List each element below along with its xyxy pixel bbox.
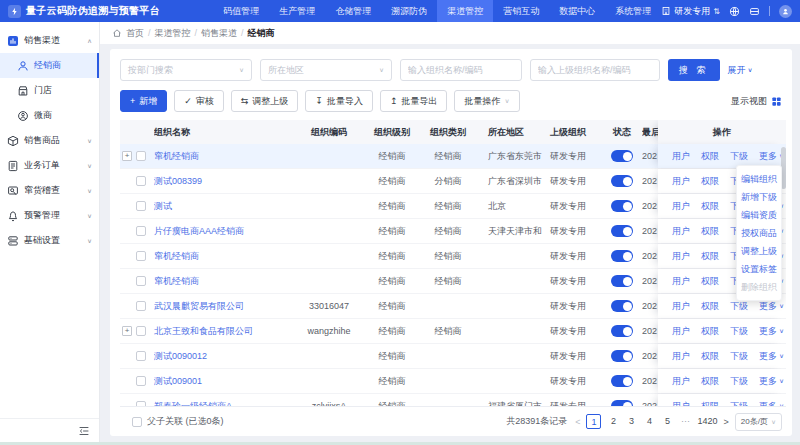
org-name-link[interactable]: 窜机经销商: [154, 275, 294, 288]
action-link-0[interactable]: 用户: [672, 400, 690, 407]
prev-page-button[interactable]: <: [575, 417, 580, 427]
department-select[interactable]: 按部门搜索 ∨: [120, 59, 252, 81]
search-button[interactable]: 搜 索: [668, 59, 720, 81]
org-name-link[interactable]: 测试0090012: [154, 350, 294, 363]
sidebar-item-3[interactable]: 微商: [0, 103, 99, 128]
row-checkbox[interactable]: [136, 376, 146, 386]
status-toggle[interactable]: [611, 225, 633, 237]
status-toggle[interactable]: [611, 375, 633, 387]
nav-item-3[interactable]: 溯源防伪: [381, 0, 437, 22]
action-link-1[interactable]: 权限: [701, 350, 719, 363]
page-button-3[interactable]: 3: [625, 414, 637, 429]
toolbar-button-1[interactable]: ✓审核: [174, 90, 224, 112]
action-link-1[interactable]: 权限: [701, 375, 719, 388]
org-name-link[interactable]: 测试: [154, 200, 294, 213]
action-link-0[interactable]: 用户: [672, 350, 690, 363]
status-toggle[interactable]: [611, 200, 633, 212]
page-size-select[interactable]: 20条/页 ∨: [735, 413, 782, 431]
action-link-0[interactable]: 用户: [672, 225, 690, 238]
action-link-1[interactable]: 权限: [701, 250, 719, 263]
nav-item-5[interactable]: 营销互动: [493, 0, 549, 22]
menu-item-2[interactable]: 编辑资质: [737, 206, 781, 224]
status-toggle[interactable]: [611, 300, 633, 312]
action-link-1[interactable]: 权限: [701, 200, 719, 213]
breadcrumb-item-2[interactable]: 销售渠道: [201, 27, 237, 40]
action-link-0[interactable]: 用户: [672, 200, 690, 213]
nav-item-1[interactable]: 生产管理: [269, 0, 325, 22]
language-globe-icon[interactable]: [729, 6, 740, 17]
tenant-switcher[interactable]: 研发专用 ⇅: [661, 5, 720, 18]
toolbar-button-2[interactable]: ⇆调整上级: [231, 90, 299, 112]
action-link-0[interactable]: 用户: [672, 250, 690, 263]
action-link-2[interactable]: 下级: [730, 350, 748, 363]
org-name-input[interactable]: [400, 59, 522, 81]
nav-item-6[interactable]: 数据中心: [549, 0, 605, 22]
row-checkbox[interactable]: [136, 326, 146, 336]
layout-monitor-icon[interactable]: [749, 6, 760, 17]
action-link-0[interactable]: 用户: [672, 150, 690, 163]
sidebar-item-4[interactable]: 销售商品∨: [0, 128, 99, 153]
status-toggle[interactable]: [611, 250, 633, 262]
user-avatar[interactable]: [779, 5, 792, 18]
menu-item-5[interactable]: 设置标签: [737, 260, 781, 278]
page-button-5[interactable]: 5: [661, 414, 673, 429]
action-link-0[interactable]: 用户: [672, 375, 690, 388]
row-checkbox[interactable]: [136, 401, 146, 406]
relation-checkbox[interactable]: [132, 417, 142, 427]
toolbar-button-5[interactable]: 批量操作∨: [454, 90, 519, 112]
action-link-0[interactable]: 用户: [672, 175, 690, 188]
expand-row-icon[interactable]: +: [122, 326, 132, 336]
display-view-button[interactable]: 显示视图: [731, 95, 786, 108]
status-toggle[interactable]: [611, 175, 633, 187]
action-link-2[interactable]: 下级: [730, 375, 748, 388]
nav-item-4[interactable]: 渠道管控: [437, 0, 493, 22]
action-link-0[interactable]: 用户: [672, 325, 690, 338]
sidebar-item-7[interactable]: 预警管理∨: [0, 203, 99, 228]
more-actions-link[interactable]: 更多∨: [759, 400, 784, 407]
action-link-1[interactable]: 权限: [701, 400, 719, 407]
nav-item-2[interactable]: 仓储管理: [325, 0, 381, 22]
more-actions-link[interactable]: 更多∨: [759, 375, 784, 388]
menu-item-3[interactable]: 授权商品: [737, 224, 781, 242]
sidebar-item-1[interactable]: 经销商: [0, 53, 99, 78]
page-button-1[interactable]: 1: [586, 414, 601, 429]
toolbar-button-3[interactable]: ↧批量导入: [305, 90, 373, 112]
status-toggle[interactable]: [611, 275, 633, 287]
status-toggle[interactable]: [611, 400, 633, 406]
org-name-link[interactable]: 窜机经销商: [154, 250, 294, 263]
action-link-1[interactable]: 权限: [701, 300, 719, 313]
menu-item-4[interactable]: 调整上级: [737, 242, 781, 260]
org-name-link[interactable]: 北京王致和食品有限公司: [154, 325, 294, 338]
page-button-4[interactable]: 4: [643, 414, 655, 429]
nav-item-0[interactable]: 码值管理: [213, 0, 269, 22]
expand-row-icon[interactable]: +: [122, 151, 132, 161]
org-name-link[interactable]: 片仔癀电商AAA经销商: [154, 225, 294, 238]
action-link-1[interactable]: 权限: [701, 150, 719, 163]
action-link-2[interactable]: 下级: [730, 325, 748, 338]
sidebar-item-6[interactable]: 窜货稽查∨: [0, 178, 99, 203]
sidebar-item-0[interactable]: 销售渠道∧: [0, 28, 99, 53]
sidebar-item-5[interactable]: 业务订单∨: [0, 153, 99, 178]
page-button-2[interactable]: 2: [607, 414, 619, 429]
more-actions-link[interactable]: 更多∨: [759, 325, 784, 338]
action-link-1[interactable]: 权限: [701, 175, 719, 188]
org-name-link[interactable]: 郑春玲一级经销商A: [154, 400, 294, 407]
parent-org-input[interactable]: [530, 59, 660, 81]
action-link-2[interactable]: 下级: [730, 150, 748, 163]
action-link-1[interactable]: 权限: [701, 275, 719, 288]
row-checkbox[interactable]: [136, 301, 146, 311]
org-name-link[interactable]: 武汉晨麒贸易有限公司: [154, 300, 294, 313]
sidebar-item-8[interactable]: 基础设置∨: [0, 228, 99, 253]
row-checkbox[interactable]: [136, 176, 146, 186]
status-toggle[interactable]: [611, 350, 633, 362]
action-link-0[interactable]: 用户: [672, 275, 690, 288]
row-checkbox[interactable]: [136, 226, 146, 236]
expand-filters-link[interactable]: 展开 ∨: [728, 64, 753, 77]
sidebar-collapse-button[interactable]: [0, 418, 99, 442]
sidebar-item-2[interactable]: 门店: [0, 78, 99, 103]
action-link-1[interactable]: 权限: [701, 325, 719, 338]
toolbar-button-4[interactable]: ↥批量导出: [380, 90, 448, 112]
row-checkbox[interactable]: [136, 276, 146, 286]
status-toggle[interactable]: [611, 325, 633, 337]
row-checkbox[interactable]: [136, 151, 146, 161]
